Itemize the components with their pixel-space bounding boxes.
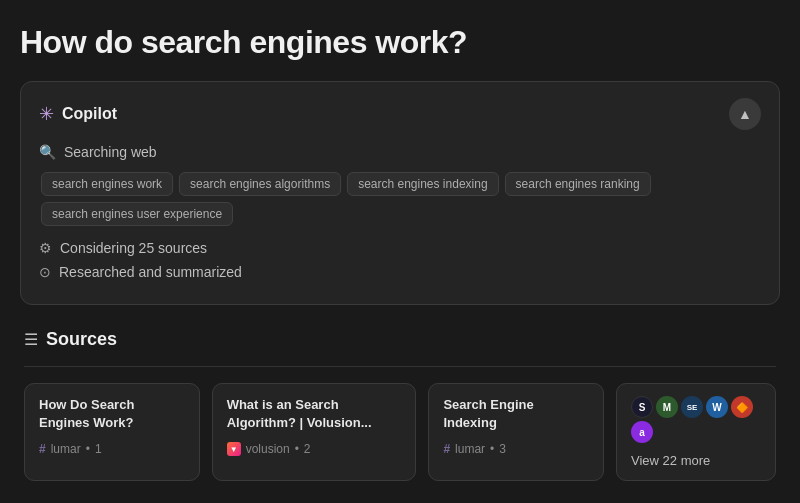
source-meta-1: # lumar • 1 bbox=[39, 442, 185, 456]
favicon-w: W bbox=[706, 396, 728, 418]
tag-item[interactable]: search engines user experience bbox=[41, 202, 233, 226]
source-card-2[interactable]: What is an Search Algorithm? | Volusion.… bbox=[212, 383, 417, 481]
considering-row: ⚙ Considering 25 sources bbox=[39, 240, 761, 256]
favicon-s: S bbox=[631, 396, 653, 418]
sources-title: Sources bbox=[46, 329, 117, 350]
tag-item[interactable]: search engines work bbox=[41, 172, 173, 196]
searching-row: 🔍 Searching web bbox=[39, 144, 761, 160]
researched-row: ⊙ Researched and summarized bbox=[39, 264, 761, 280]
source-number-3: 3 bbox=[499, 442, 506, 456]
separator bbox=[24, 366, 776, 367]
source-title-1: How Do Search Engines Work? bbox=[39, 396, 185, 432]
source-meta-3: # lumar • 3 bbox=[443, 442, 589, 456]
searching-label: Searching web bbox=[64, 144, 157, 160]
view-more-card[interactable]: S M SE W 🔶 a View 22 more bbox=[616, 383, 776, 481]
copilot-title-row: ✳ Copilot bbox=[39, 103, 117, 125]
page-title: How do search engines work? bbox=[20, 24, 780, 61]
favicon-se: SE bbox=[681, 396, 703, 418]
volusion-icon: ▼ bbox=[227, 442, 241, 456]
copilot-card: ✳ Copilot ▲ 🔍 Searching web search engin… bbox=[20, 81, 780, 305]
favicon-b: 🔶 bbox=[731, 396, 753, 418]
view-more-label: View 22 more bbox=[631, 453, 761, 468]
copilot-star-icon: ✳ bbox=[39, 103, 54, 125]
copilot-header: ✳ Copilot ▲ bbox=[39, 98, 761, 130]
considering-label: Considering 25 sources bbox=[60, 240, 207, 256]
chevron-up-icon: ▲ bbox=[738, 106, 752, 122]
source-name-2: volusion bbox=[246, 442, 290, 456]
check-circle-icon: ⊙ bbox=[39, 264, 51, 280]
gear-icon: ⚙ bbox=[39, 240, 52, 256]
source-bullet-1: • bbox=[86, 442, 90, 456]
search-tags-row: search engines work search engines algor… bbox=[39, 172, 761, 226]
sources-header: ☰ Sources bbox=[24, 329, 776, 350]
source-number-1: 1 bbox=[95, 442, 102, 456]
favicon-row: S M SE W 🔶 a bbox=[631, 396, 761, 443]
source-title-3: Search Engine Indexing bbox=[443, 396, 589, 432]
source-card-1[interactable]: How Do Search Engines Work? # lumar • 1 bbox=[24, 383, 200, 481]
sources-section: ☰ Sources How Do Search Engines Work? # … bbox=[20, 329, 780, 481]
source-card-3[interactable]: Search Engine Indexing # lumar • 3 bbox=[428, 383, 604, 481]
tag-item[interactable]: search engines algorithms bbox=[179, 172, 341, 196]
collapse-button[interactable]: ▲ bbox=[729, 98, 761, 130]
search-icon: 🔍 bbox=[39, 144, 56, 160]
source-name-1: lumar bbox=[51, 442, 81, 456]
source-name-3: lumar bbox=[455, 442, 485, 456]
hash-icon-1: # bbox=[39, 442, 46, 456]
source-title-2: What is an Search Algorithm? | Volusion.… bbox=[227, 396, 402, 432]
favicon-a: a bbox=[631, 421, 653, 443]
copilot-title: Copilot bbox=[62, 105, 117, 123]
researched-label: Researched and summarized bbox=[59, 264, 242, 280]
source-meta-2: ▼ volusion • 2 bbox=[227, 442, 402, 456]
tag-item[interactable]: search engines indexing bbox=[347, 172, 498, 196]
source-number-2: 2 bbox=[304, 442, 311, 456]
hash-icon-3: # bbox=[443, 442, 450, 456]
sources-list-icon: ☰ bbox=[24, 330, 38, 349]
tag-item[interactable]: search engines ranking bbox=[505, 172, 651, 196]
sources-grid: How Do Search Engines Work? # lumar • 1 … bbox=[24, 383, 776, 481]
source-bullet-2: • bbox=[295, 442, 299, 456]
source-bullet-3: • bbox=[490, 442, 494, 456]
favicon-m: M bbox=[656, 396, 678, 418]
